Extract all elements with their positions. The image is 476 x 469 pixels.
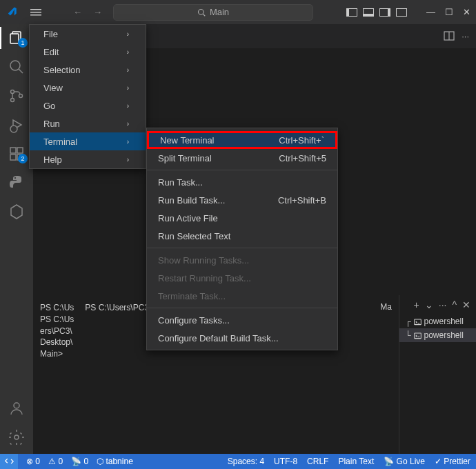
terminal-maximize-icon[interactable]: ^ — [452, 299, 457, 310]
menu-label: File — [43, 29, 58, 39]
titlebar: ← → Main — ☐ ✕ — [0, 0, 476, 24]
split-editor-icon[interactable] — [444, 31, 455, 41]
status-tabnine[interactable]: ⬡ tabnine — [97, 457, 133, 466]
status-eol[interactable]: CRLF — [307, 457, 328, 466]
submenu-label: Terminate Task... — [158, 291, 226, 301]
main-menu-dropdown: File› Edit› Selection› View› Go› Run› Te… — [29, 24, 146, 169]
submenu-configure-default[interactable]: Configure Default Build Task... — [147, 329, 337, 347]
svg-rect-14 — [17, 148, 23, 153]
menu-selection[interactable]: Selection› — [30, 61, 146, 79]
svg-point-18 — [14, 435, 19, 439]
submenu-configure-tasks[interactable]: Configure Tasks... — [147, 311, 337, 329]
terminal-chevron-down-icon[interactable]: ⌄ — [425, 299, 433, 310]
submenu-shortcut: Ctrl+Shift+` — [279, 135, 324, 146]
terminal-tree-icon: └ — [405, 330, 411, 340]
layout-sidebar-right-icon[interactable] — [379, 8, 390, 17]
menu-run[interactable]: Run› — [30, 114, 146, 132]
svg-rect-21 — [414, 319, 421, 325]
command-center-search[interactable]: Main — [113, 4, 313, 21]
menu-view[interactable]: View› — [30, 79, 146, 97]
terminal-item[interactable]: └ powershell — [399, 328, 476, 342]
svg-point-11 — [19, 94, 23, 98]
svg-point-12 — [10, 126, 17, 132]
settings-gear-icon[interactable] — [8, 429, 25, 446]
python-icon[interactable] — [8, 174, 25, 191]
menu-help[interactable]: Help› — [30, 150, 146, 168]
menu-label: Go — [43, 101, 55, 111]
status-language[interactable]: Plain Text — [338, 457, 374, 466]
submenu-shortcut: Ctrl+Shift+5 — [279, 153, 326, 163]
status-prettier[interactable]: ✓ Prettier — [435, 457, 470, 466]
search-text: Main — [210, 7, 229, 17]
svg-rect-0 — [30, 9, 41, 10]
extensions-icon[interactable]: 2 — [8, 146, 25, 162]
menu-edit[interactable]: Edit› — [30, 43, 146, 61]
svg-rect-2 — [30, 14, 41, 16]
layout-panel-icon[interactable] — [363, 8, 374, 17]
minimize-icon[interactable]: — — [426, 7, 435, 17]
window-controls: — ☐ ✕ — [426, 7, 470, 17]
activity-bar: 1 2 — [0, 24, 33, 454]
svg-rect-1 — [30, 12, 41, 13]
terminal-more-icon[interactable]: ··· — [439, 299, 447, 310]
svg-line-8 — [19, 69, 23, 73]
menu-label: Help — [43, 154, 62, 165]
submenu-run-selected[interactable]: Run Selected Text — [147, 227, 337, 245]
status-spaces[interactable]: Spaces: 4 — [228, 457, 264, 466]
chevron-right-icon: › — [127, 138, 129, 146]
submenu-label: Split Terminal — [158, 153, 212, 163]
submenu-split-terminal[interactable]: Split TerminalCtrl+Shift+5 — [147, 149, 337, 167]
terminal-output-left: PS C:\Us PS C:\Us ers\PC3\ Desktop\ Main… — [40, 302, 74, 447]
layout-custom-icon[interactable] — [396, 8, 407, 17]
submenu-run-active-file[interactable]: Run Active File — [147, 209, 337, 227]
account-icon[interactable] — [8, 400, 25, 417]
submenu-new-terminal[interactable]: New TerminalCtrl+Shift+` — [147, 131, 337, 149]
submenu-run-task[interactable]: Run Task... — [147, 173, 337, 191]
submenu-run-build-task[interactable]: Run Build Task...Ctrl+Shift+B — [147, 191, 337, 209]
status-errors[interactable]: ⊗ 0 — [26, 457, 40, 466]
chevron-right-icon: › — [127, 66, 129, 74]
titlebar-right: — ☐ ✕ — [346, 7, 470, 17]
submenu-label: Configure Tasks... — [158, 315, 230, 326]
close-icon[interactable]: ✕ — [463, 7, 470, 17]
nav-back-icon[interactable]: ← — [73, 7, 82, 17]
status-right: Spaces: 4 UTF-8 CRLF Plain Text 📡 Go Liv… — [228, 457, 470, 466]
status-ports[interactable]: 📡 0 — [71, 457, 88, 466]
nav-forward-icon[interactable]: → — [93, 7, 102, 17]
svg-point-17 — [14, 403, 19, 408]
more-icon[interactable]: ··· — [462, 31, 469, 41]
svg-rect-15 — [10, 154, 16, 160]
status-encoding[interactable]: UTF-8 — [274, 457, 297, 466]
submenu-label: Restart Running Task... — [158, 273, 251, 283]
submenu-terminate: Terminate Task... — [147, 287, 337, 305]
search-icon[interactable] — [8, 59, 25, 75]
status-bar: ⊗ 0 ⚠ 0 📡 0 ⬡ tabnine Spaces: 4 UTF-8 CR… — [0, 454, 476, 469]
terminal-shell-icon — [414, 332, 422, 339]
terminal-close-icon[interactable]: ✕ — [462, 299, 470, 310]
hex-icon[interactable] — [8, 203, 25, 220]
nav-arrows: ← → — [73, 7, 102, 17]
remote-indicator[interactable] — [0, 454, 18, 469]
status-warnings[interactable]: ⚠ 0 — [48, 457, 63, 466]
menu-label: Terminal — [43, 137, 77, 147]
activity-bottom — [8, 400, 25, 454]
hamburger-menu-button[interactable] — [26, 3, 46, 22]
terminal-name: powershell — [424, 330, 464, 340]
explorer-icon[interactable]: 1 — [8, 30, 25, 46]
svg-point-9 — [11, 90, 14, 94]
menu-terminal[interactable]: Terminal› — [30, 132, 146, 150]
svg-line-4 — [203, 14, 205, 16]
run-debug-icon[interactable] — [8, 117, 25, 133]
menu-go[interactable]: Go› — [30, 97, 146, 114]
maximize-icon[interactable]: ☐ — [445, 7, 453, 17]
terminal-shell-icon — [414, 318, 422, 326]
svg-point-7 — [10, 61, 20, 70]
layout-sidebar-left-icon[interactable] — [346, 8, 357, 17]
status-golive[interactable]: 📡 Go Live — [384, 457, 425, 466]
terminal-item[interactable]: ┌ powershell — [399, 315, 476, 328]
svg-rect-22 — [414, 333, 421, 339]
terminal-new-icon[interactable]: + — [414, 299, 419, 310]
menu-file[interactable]: File› — [30, 25, 146, 43]
source-control-icon[interactable] — [8, 88, 25, 104]
chevron-right-icon: › — [127, 48, 129, 56]
